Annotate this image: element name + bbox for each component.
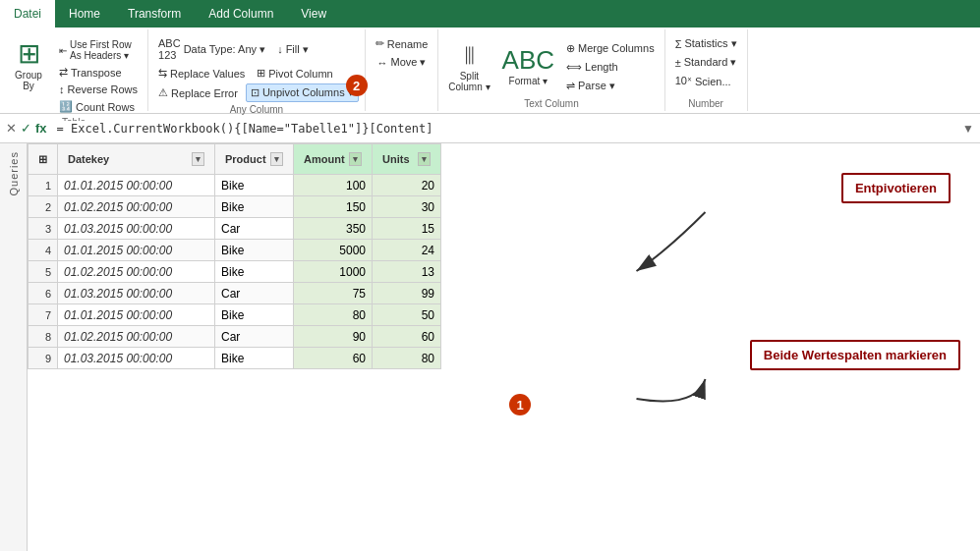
row-index: 4 [29,240,58,261]
sci-label: Scien... [695,76,731,87]
cell-units: 15 [373,218,441,240]
sci-button[interactable]: 10ˣ Scien... [671,73,735,89]
tab-add-column[interactable]: Add Column [195,0,287,28]
statistics-button[interactable]: Σ Statistics ▾ [671,35,741,52]
rename-group-label [400,96,403,109]
pivot-label: Pivot Column [268,68,332,80]
table-row: 4 01.01.2015 00:00:00 Bike 5000 24 [29,240,441,261]
count-rows-icon: 🔢 [59,100,73,113]
group-by-button[interactable]: ⊞ GroupBy [6,35,51,93]
row-index: 7 [29,304,58,326]
formula-bar: ✕ ✓ fx ▼ [0,114,980,143]
count-rows-button[interactable]: 🔢 Count Rows [55,98,142,115]
formula-expand-icon[interactable]: ▼ [962,122,974,136]
replace-values-button[interactable]: ⇆ Replace Values [154,65,249,82]
col-product-label: Product [225,153,266,165]
split-column-label: SplitColumn ▾ [448,71,490,92]
cell-units: 13 [373,261,441,283]
length-icon: ⟺ [566,61,582,74]
spreadsheet-container[interactable]: ⊞ Datekey ▾ Product ▾ [28,143,980,551]
formula-input[interactable] [53,121,957,137]
ribbon-group-table: ⊞ GroupBy ⇤ Use First RowAs Headers ▾ ⇄ … [0,29,148,111]
table-row: 7 01.01.2015 00:00:00 Bike 80 50 [29,304,441,326]
cell-datekey: 01.01.2015 00:00:00 [58,240,215,261]
tab-transform[interactable]: Transform [114,0,195,28]
cancel-symbol[interactable]: ✕ [6,121,17,136]
pivot-icon: ⊞ [257,67,265,80]
rename-button[interactable]: ✏ Rename [372,35,432,52]
cell-datekey: 01.03.2015 00:00:00 [58,283,215,304]
cell-datekey: 01.03.2015 00:00:00 [58,218,215,240]
cell-amount: 350 [294,218,373,240]
col-header-product: Product ▾ [215,144,294,175]
row-index: 5 [29,261,58,283]
data-type-label: Data Type: Any ▾ [184,43,265,56]
formula-bar-controls: ✕ ✓ fx [6,121,47,136]
rename-icon: ✏ [375,37,384,50]
col-product-dropdown[interactable]: ▾ [270,152,283,166]
parse-label: Parse ▾ [578,80,615,92]
col-units-dropdown[interactable]: ▾ [418,152,431,166]
tab-datei[interactable]: Datei [0,0,55,28]
reverse-rows-button[interactable]: ↕ Reverse Rows [55,82,142,97]
parse-button[interactable]: ⇌ Parse ▾ [562,78,659,94]
table-row: 1 01.01.2015 00:00:00 Bike 100 20 [29,175,441,196]
move-label: Move ▾ [391,56,427,69]
col-datekey-dropdown[interactable]: ▾ [192,152,204,166]
standard-label: Standard ▾ [684,56,737,69]
cell-product: Bike [215,196,294,218]
parse-icon: ⇌ [566,80,575,92]
cell-product: Bike [215,240,294,261]
table-row: 2 01.02.2015 00:00:00 Bike 150 30 [29,196,441,218]
data-type-button[interactable]: ABC123 Data Type: Any ▾ [154,35,269,63]
tab-view[interactable]: View [287,0,340,28]
replace-error-label: Replace Error [171,87,238,99]
replace-error-button[interactable]: ⚠ Replace Error [154,84,242,101]
group-by-label: GroupBy [15,70,42,91]
format-button[interactable]: ABC Format ▾ [498,43,558,88]
col-amount-dropdown[interactable]: ▾ [349,152,362,166]
col-header-datekey: Datekey ▾ [58,144,215,175]
tab-home[interactable]: Home [55,0,114,28]
move-button[interactable]: ↔ Move ▾ [374,54,431,71]
transpose-button[interactable]: ⇄ Transpose [55,64,142,81]
fill-button[interactable]: ↓ Fill ▾ [273,41,313,58]
ribbon-group-text-column: ⫴ SplitColumn ▾ ABC Format ▾ ⊕ Merge Col… [438,29,664,111]
cell-product: Bike [215,304,294,326]
cell-units: 80 [373,348,441,369]
cell-datekey: 01.03.2015 00:00:00 [58,348,215,369]
unpivot-columns-button[interactable]: ⊡ Unpivot Columns ▾ 2 [246,83,359,102]
table-row: 5 01.02.2015 00:00:00 Bike 1000 13 [29,261,441,283]
row-index: 1 [29,175,58,196]
split-column-icon: ⫴ [464,40,475,71]
split-column-button[interactable]: ⫴ SplitColumn ▾ [444,38,493,94]
length-button[interactable]: ⟺ Length [562,59,659,76]
col-datekey-label: Datekey [68,153,109,165]
replace-values-icon: ⇆ [158,67,167,80]
fx-symbol: fx [35,121,47,136]
merge-columns-button[interactable]: ⊕ Merge Columns [562,40,659,57]
col-units-label: Units [382,153,410,165]
confirm-symbol[interactable]: ✓ [21,121,31,136]
use-first-row-button[interactable]: ⇤ Use First RowAs Headers ▾ [55,37,142,63]
sci-icon: 10ˣ [675,75,692,87]
cell-product: Bike [215,261,294,283]
cell-product: Car [215,326,294,348]
sidebar: Queries [0,143,28,551]
data-type-icon: ABC123 [158,37,181,61]
sidebar-label: Queries [8,151,20,196]
count-rows-label: Count Rows [76,101,135,113]
callout-wertespalten: Beide Wertespalten markieren [750,340,960,370]
cell-datekey: 01.01.2015 00:00:00 [58,175,215,196]
unpivot-label: Unpivot Columns ▾ [262,86,354,99]
table-row: 9 01.03.2015 00:00:00 Bike 60 80 [29,348,441,369]
row-index: 8 [29,326,58,348]
cell-units: 24 [373,240,441,261]
standard-button[interactable]: ± Standard ▾ [671,54,741,71]
col-amount-label: Amount [304,153,345,165]
pivot-column-button[interactable]: ⊞ Pivot Column [253,65,336,82]
cell-amount: 75 [294,283,373,304]
cell-product: Car [215,218,294,240]
use-first-row-icon: ⇤ [59,45,67,56]
use-first-row-container: ⇤ Use First RowAs Headers ▾ ⇄ Transpose … [55,37,142,115]
